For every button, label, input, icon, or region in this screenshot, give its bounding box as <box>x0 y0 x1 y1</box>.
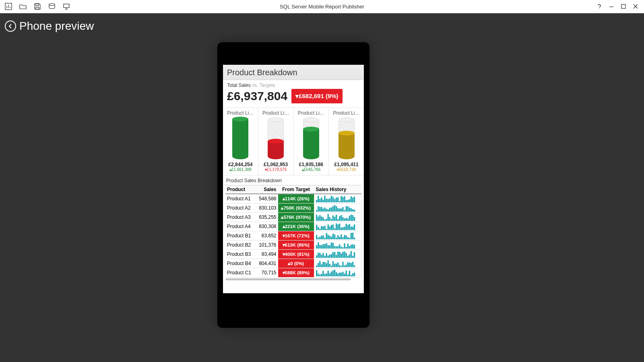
svg-rect-221 <box>339 273 340 276</box>
svg-rect-91 <box>322 226 324 230</box>
svg-rect-127 <box>342 237 343 239</box>
cylinder-gauge <box>339 119 355 159</box>
table-row[interactable]: Product C1 70,715 ▾588K (89%) <box>225 268 361 278</box>
cell-sales: 804,431 <box>255 259 278 268</box>
svg-rect-18 <box>321 197 322 202</box>
svg-rect-222 <box>341 273 342 276</box>
svg-rect-82 <box>347 218 349 221</box>
horizontal-scrollbar[interactable] <box>225 278 351 280</box>
cylinder-card[interactable]: Product Li… £1,062,953 ▾£1,179,575 <box>258 108 294 175</box>
svg-rect-171 <box>336 255 337 258</box>
svg-rect-165 <box>326 253 327 258</box>
open-icon[interactable] <box>19 3 27 10</box>
cell-sparkline <box>314 231 361 241</box>
svg-rect-132 <box>351 233 352 239</box>
cell-delta: ▾167K (72%) <box>278 231 314 241</box>
close-icon[interactable] <box>632 3 639 10</box>
svg-rect-175 <box>342 252 343 258</box>
svg-rect-17 <box>319 199 320 202</box>
report-icon[interactable] <box>5 3 12 10</box>
svg-rect-162 <box>321 255 322 258</box>
svg-rect-137 <box>319 245 320 249</box>
cell-delta: ▴114K (26%) <box>278 194 314 204</box>
svg-rect-54 <box>341 208 342 212</box>
svg-rect-218 <box>334 270 335 276</box>
table-row[interactable]: Product A4 830,308 ▴221K (36%) <box>225 222 361 231</box>
cylinder-card[interactable]: Product Li… £1,935,186 ▴£545,766 <box>294 108 329 175</box>
back-button[interactable] <box>5 21 16 32</box>
cell-sparkline <box>314 241 361 250</box>
svg-rect-195 <box>336 263 337 267</box>
table-row[interactable]: Product A3 635,255 ▴576K (970%) <box>225 213 361 222</box>
svg-rect-219 <box>336 272 337 276</box>
cell-sparkline <box>314 268 361 278</box>
svg-rect-47 <box>329 208 330 212</box>
svg-rect-56 <box>344 210 345 212</box>
svg-rect-217 <box>332 270 334 276</box>
cell-delta: ▾613K (86%) <box>278 241 314 250</box>
svg-rect-117 <box>326 233 327 239</box>
svg-rect-230 <box>354 273 355 276</box>
totals-row: £6,937,804 ▾£682,691 (9%) <box>227 89 360 103</box>
svg-rect-35 <box>349 200 350 203</box>
table-row[interactable]: Product A1 548,588 ▴114K (26%) <box>225 194 361 204</box>
sales-table: Product Sales From Target Sales History … <box>225 185 361 278</box>
svg-rect-40 <box>318 206 319 212</box>
cell-sparkline <box>314 204 361 213</box>
svg-rect-176 <box>344 251 345 258</box>
workarea: Phone preview Product Breakdown Total Sa… <box>0 13 644 362</box>
table-row[interactable]: Product B4 804,431 ▴0 (0%) <box>225 259 361 268</box>
svg-rect-110 <box>354 224 355 230</box>
svg-rect-97 <box>332 224 334 230</box>
save-server-icon[interactable] <box>48 3 56 10</box>
cylinder-label: Product Li… <box>260 110 292 116</box>
svg-rect-23 <box>329 198 330 202</box>
minimize-icon[interactable] <box>608 3 615 10</box>
cell-sales: 830,308 <box>255 222 278 231</box>
table-row[interactable]: Product A2 830,103 ▴750K (932%) <box>225 204 361 213</box>
svg-rect-53 <box>339 209 340 212</box>
th-target[interactable]: From Target <box>278 185 314 194</box>
svg-rect-113 <box>319 237 320 239</box>
titlebar-left-icons <box>0 3 70 10</box>
svg-rect-186 <box>321 264 322 267</box>
svg-rect-212 <box>324 274 325 276</box>
svg-rect-70 <box>328 214 329 221</box>
svg-rect-142 <box>328 245 329 249</box>
th-sales[interactable]: Sales <box>255 185 278 194</box>
svg-rect-63 <box>316 215 317 221</box>
svg-rect-89 <box>319 229 320 230</box>
svg-rect-49 <box>332 206 334 212</box>
svg-rect-4 <box>36 4 39 6</box>
svg-rect-181 <box>352 256 353 258</box>
svg-rect-72 <box>331 219 332 221</box>
svg-rect-205 <box>352 262 353 267</box>
table-row[interactable]: Product B3 93,494 ▾400K (81%) <box>225 250 361 259</box>
svg-rect-37 <box>352 197 353 202</box>
cylinder-card[interactable]: Product Li… £1,095,411 ▾£618,738 <box>329 108 364 175</box>
sparkline-icon <box>316 223 355 230</box>
svg-rect-158 <box>354 245 355 249</box>
help-icon[interactable] <box>596 3 603 10</box>
svg-rect-57 <box>345 206 347 212</box>
th-product[interactable]: Product <box>225 185 255 194</box>
maximize-icon[interactable] <box>620 3 627 10</box>
svg-rect-100 <box>337 224 339 230</box>
cylinder-card[interactable]: Product Li… £2,844,254 ▴£1,661,388 <box>223 108 258 175</box>
preview-icon[interactable] <box>63 3 70 10</box>
svg-rect-5 <box>36 7 39 9</box>
cylinder-value: £1,095,411 <box>334 162 359 167</box>
table-row[interactable]: Product B1 63,652 ▾167K (72%) <box>225 231 361 241</box>
svg-rect-121 <box>332 234 334 239</box>
svg-rect-161 <box>319 253 320 258</box>
report-title: Product Breakdown <box>223 65 364 80</box>
svg-rect-24 <box>331 196 332 202</box>
svg-rect-228 <box>351 275 352 277</box>
svg-rect-96 <box>331 225 332 230</box>
th-history[interactable]: Sales History <box>314 185 361 194</box>
table-row[interactable]: Product B2 101,376 ▾613K (86%) <box>225 241 361 250</box>
svg-rect-34 <box>347 200 349 202</box>
svg-rect-61 <box>352 209 353 212</box>
svg-rect-12 <box>621 4 625 8</box>
save-icon[interactable] <box>34 3 41 10</box>
